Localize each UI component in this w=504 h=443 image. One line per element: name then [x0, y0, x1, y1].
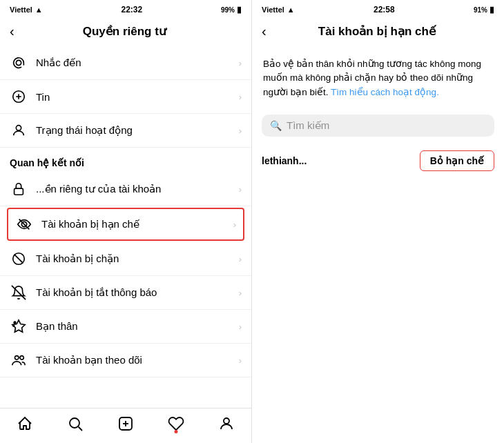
- svg-point-23: [224, 418, 229, 424]
- blocked-label: Tài khoản bị chặn: [36, 253, 239, 265]
- nav-search[interactable]: [67, 415, 84, 432]
- wifi-icon-left: ▲: [35, 6, 43, 14]
- menu-item-nhac-den[interactable]: Nhắc đến ›: [0, 46, 251, 80]
- menu-item-restricted[interactable]: Tài khoản bị hạn chế ›: [7, 208, 244, 241]
- status-left: Viettel ▲: [10, 6, 43, 14]
- right-panel: Viettel ▲ 22:58 91% ▮ ‹ Tài khoản bị hạn…: [252, 0, 504, 443]
- svg-point-14: [14, 322, 16, 324]
- battery-icon-right: ▮: [490, 5, 494, 14]
- time-right: 22:58: [374, 5, 395, 14]
- carrier-right: Viettel: [262, 6, 284, 14]
- bell-off-icon: [10, 284, 28, 302]
- status-right-right: 91% ▮: [474, 5, 494, 14]
- menu-item-following[interactable]: Tài khoản bạn theo dõi ›: [0, 344, 251, 377]
- chevron-icon: ›: [239, 355, 242, 366]
- svg-point-15: [13, 325, 14, 326]
- nhac-den-label: Nhắc đến: [36, 57, 239, 69]
- tin-label: Tin: [36, 91, 239, 103]
- svg-point-18: [70, 418, 79, 428]
- menu-list-left: Nhắc đến › Tin ›: [0, 46, 251, 408]
- lock-icon: [10, 180, 28, 198]
- status-bar-left: Viettel ▲ 22:32 99% ▮: [0, 0, 251, 18]
- carrier-left: Viettel: [10, 6, 32, 14]
- search-bar[interactable]: 🔍 Tìm kiếm: [262, 115, 494, 137]
- battery-percent-right: 91%: [474, 6, 487, 14]
- menu-item-trang-thai[interactable]: Trạng thái hoạt động ›: [0, 114, 251, 148]
- status-right-left: 99% ▮: [221, 5, 242, 14]
- following-label: Tài khoản bạn theo dõi: [36, 354, 239, 366]
- block-icon: [10, 250, 28, 268]
- page-title-left: Quyền riêng tư: [21, 24, 228, 39]
- mention-icon: [10, 54, 28, 72]
- trang-thai-label: Trạng thái hoạt động: [36, 124, 239, 137]
- svg-line-12: [12, 286, 26, 299]
- svg-point-0: [16, 60, 21, 65]
- nav-heart[interactable]: [168, 415, 184, 432]
- bottom-nav-left: [0, 408, 251, 443]
- header-right: ‹ Tài khoản bị hạn chế: [252, 18, 504, 46]
- user-row: lethianh... Bỏ hạn chế: [252, 144, 504, 178]
- nav-profile[interactable]: [218, 415, 235, 432]
- restricted-label: Tài khoản bị hạn chế: [41, 218, 233, 230]
- people-icon: [10, 351, 28, 369]
- nav-home[interactable]: [17, 415, 33, 432]
- privacy-label: ...ền riêng tư của tài khoản: [36, 183, 239, 195]
- eye-off-icon: [15, 215, 33, 233]
- chevron-icon: ›: [239, 254, 242, 264]
- chevron-icon: ›: [233, 219, 236, 230]
- chevron-icon: ›: [239, 58, 242, 68]
- menu-item-privacy[interactable]: ...ền riêng tư của tài khoản ›: [0, 173, 251, 206]
- status-bar-right: Viettel ▲ 22:58 91% ▮: [252, 0, 504, 18]
- left-panel: Viettel ▲ 22:32 99% ▮ ‹ Quyền riêng tư N…: [0, 0, 252, 443]
- person-icon: [10, 121, 28, 139]
- battery-icon-left: ▮: [237, 5, 242, 14]
- svg-point-6: [16, 126, 21, 130]
- time-left: 22:32: [121, 5, 142, 14]
- chevron-icon: ›: [239, 184, 242, 195]
- menu-item-blocked[interactable]: Tài khoản bị chặn ›: [0, 242, 251, 276]
- back-button-left[interactable]: ‹: [10, 23, 14, 39]
- nav-add[interactable]: [117, 415, 134, 432]
- battery-percent-left: 99%: [221, 6, 235, 14]
- unrestrict-button[interactable]: Bỏ hạn chế: [420, 150, 494, 171]
- status-left-right: Viettel ▲: [262, 6, 295, 14]
- star-icon: [10, 317, 28, 335]
- svg-line-11: [14, 255, 23, 264]
- wifi-icon-right: ▲: [287, 6, 295, 14]
- search-container: 🔍 Tìm kiếm: [252, 109, 504, 144]
- tin-icon: [10, 88, 28, 106]
- chevron-icon: ›: [239, 322, 242, 332]
- description-area: Bảo vệ bản thân khỏi những tương tác khô…: [252, 46, 504, 109]
- menu-item-close-friends[interactable]: Bạn thân ›: [0, 310, 251, 344]
- search-icon: 🔍: [270, 120, 282, 131]
- svg-line-19: [79, 427, 83, 431]
- username-label: lethianh...: [262, 155, 307, 166]
- svg-rect-7: [14, 188, 23, 195]
- page-title-right: Tài khoản bị hạn chế: [273, 24, 481, 39]
- learn-more-link[interactable]: Tìm hiểu cách hoạt động.: [331, 87, 439, 97]
- section-header-quan-he: Quan hệ kết nối: [0, 148, 251, 173]
- chevron-icon: ›: [239, 288, 242, 298]
- header-left: ‹ Quyền riêng tư: [0, 18, 251, 46]
- close-friends-label: Bạn thân: [36, 320, 239, 333]
- svg-point-16: [15, 356, 19, 360]
- muted-label: Tài khoản bị tắt thông báo: [36, 286, 239, 299]
- search-placeholder-text: Tìm kiếm: [287, 119, 329, 132]
- menu-item-muted[interactable]: Tài khoản bị tắt thông báo ›: [0, 276, 251, 310]
- chevron-icon: ›: [239, 92, 242, 102]
- svg-point-17: [20, 356, 24, 360]
- back-button-right[interactable]: ‹: [262, 23, 266, 39]
- chevron-icon: ›: [239, 126, 242, 136]
- menu-item-tin[interactable]: Tin ›: [0, 80, 251, 114]
